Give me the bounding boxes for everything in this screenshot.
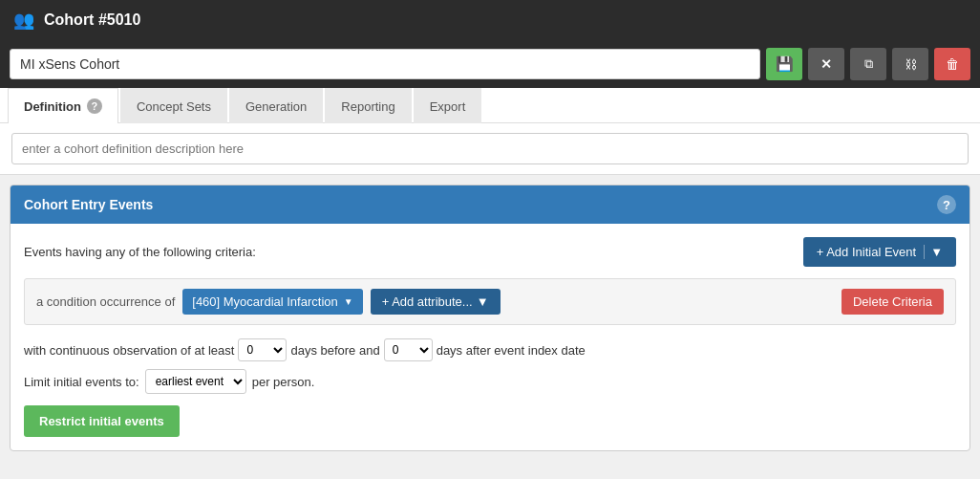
criteria-left: a condition occurrence of [460] Myocardi… — [36, 289, 501, 315]
header-bar: 👥 Cohort #5010 — [0, 0, 980, 40]
copy-button[interactable]: ⧉ — [850, 48, 886, 80]
close-icon: ✕ — [820, 56, 832, 72]
panel-title: Cohort Entry Events — [24, 197, 153, 212]
add-initial-event-button[interactable]: + Add Initial Event ▼ — [803, 237, 956, 267]
observation-prefix: with continuous observation of at least — [24, 343, 234, 358]
cohort-icon: 👥 — [13, 10, 34, 31]
page-title: Cohort #5010 — [44, 11, 140, 29]
add-attribute-button[interactable]: + Add attribute... ▼ — [371, 289, 501, 315]
events-label: Events having any of the following crite… — [24, 245, 256, 259]
add-initial-event-label: + Add Initial Event — [817, 245, 916, 259]
link-icon: ⛓ — [905, 57, 917, 72]
events-having-row: Events having any of the following crite… — [24, 237, 956, 267]
definition-help-icon[interactable]: ? — [87, 98, 102, 114]
link-button[interactable]: ⛓ — [892, 48, 928, 80]
save-button[interactable]: 💾 — [766, 48, 802, 80]
observation-suffix: days after event index date — [437, 343, 586, 358]
save-icon: 💾 — [776, 55, 794, 73]
observation-middle: days before and — [290, 343, 379, 358]
description-area — [0, 123, 980, 175]
limit-prefix: Limit initial events to: — [24, 375, 139, 389]
tab-concept-sets[interactable]: Concept Sets — [120, 88, 227, 123]
panel-help-icon[interactable]: ? — [937, 195, 956, 214]
tabs-row: Definition ? Concept Sets Generation Rep… — [0, 88, 980, 123]
delete-criteria-button[interactable]: Delete Criteria — [842, 289, 944, 315]
description-input[interactable] — [11, 133, 969, 164]
copy-icon: ⧉ — [864, 56, 873, 72]
tab-export[interactable]: Export — [414, 88, 482, 123]
cohort-name-input[interactable] — [10, 49, 760, 79]
close-button[interactable]: ✕ — [808, 48, 844, 80]
tab-export-label: Export — [430, 99, 466, 114]
limit-suffix: per person. — [252, 375, 315, 389]
restrict-btn-label: Restrict initial events — [39, 414, 164, 428]
condition-button[interactable]: [460] Myocardial Infarction ▼ — [182, 289, 362, 315]
add-attribute-label: + Add attribute... — [382, 294, 473, 309]
criteria-row: a condition occurrence of [460] Myocardi… — [24, 278, 956, 325]
tab-definition-label: Definition — [24, 99, 81, 114]
tab-definition[interactable]: Definition ? — [8, 88, 118, 123]
days-before-select[interactable]: 0 1 7 30 365 — [238, 338, 287, 361]
limit-select[interactable]: earliest event latest event all events — [145, 369, 246, 394]
tab-generation-label: Generation — [245, 99, 307, 114]
tab-generation[interactable]: Generation — [229, 88, 323, 123]
condition-label: [460] Myocardial Infarction — [192, 294, 337, 309]
tab-concept-sets-label: Concept Sets — [137, 99, 211, 114]
panel-header: Cohort Entry Events ? — [11, 185, 969, 224]
add-initial-event-dropdown-arrow: ▼ — [924, 245, 943, 259]
add-attribute-dropdown-arrow: ▼ — [477, 294, 489, 309]
toolbar-row: 💾 ✕ ⧉ ⛓ 🗑 — [0, 40, 980, 88]
tab-reporting[interactable]: Reporting — [325, 88, 411, 123]
limit-row: Limit initial events to: earliest event … — [24, 369, 956, 394]
days-after-select[interactable]: 0 1 7 30 365 — [384, 338, 433, 361]
observation-row: with continuous observation of at least … — [24, 338, 956, 361]
delete-criteria-label: Delete Criteria — [853, 294, 932, 309]
panel-body: Events having any of the following crite… — [11, 224, 969, 450]
tab-reporting-label: Reporting — [341, 99, 394, 114]
delete-icon: 🗑 — [946, 56, 959, 72]
delete-button[interactable]: 🗑 — [934, 48, 970, 80]
criteria-prefix: a condition occurrence of — [36, 294, 175, 309]
condition-dropdown-caret: ▼ — [344, 296, 353, 307]
cohort-entry-events-panel: Cohort Entry Events ? Events having any … — [10, 185, 970, 451]
restrict-initial-events-button[interactable]: Restrict initial events — [24, 405, 180, 437]
